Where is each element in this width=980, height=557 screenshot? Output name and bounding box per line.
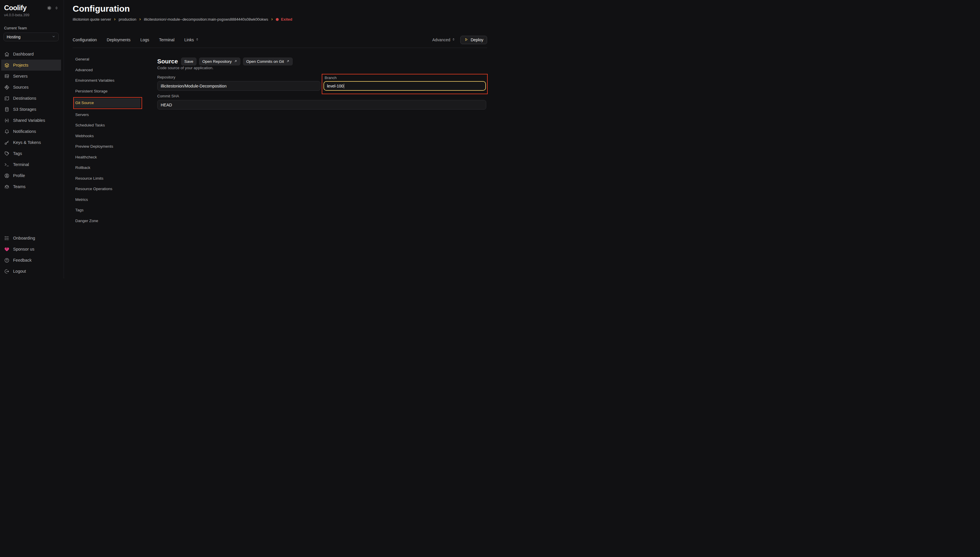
subnav-item-tags[interactable]: Tags	[73, 205, 142, 216]
sidebar-item-terminal[interactable]: Terminal	[1, 159, 61, 170]
sidebar-item-s3-storages[interactable]: S3 Storages	[1, 104, 61, 115]
breadcrumb: illicitonion quote server production ill…	[73, 17, 293, 21]
sidebar-item-profile[interactable]: Profile	[1, 170, 61, 181]
coolify-app: Coolify v4.0.0-beta.399 Current Team Hos…	[0, 0, 490, 278]
subnav-item-environment-variables[interactable]: Environment Variables	[73, 75, 142, 86]
open-commits-button[interactable]: Open Commits on Git	[243, 57, 293, 65]
heart-icon	[4, 246, 10, 252]
server-icon	[4, 73, 10, 79]
key-icon	[4, 140, 10, 145]
tabs-row: Configuration Deployments Logs Terminal …	[73, 36, 487, 44]
tab-deployments[interactable]: Deployments	[107, 37, 130, 42]
chevron-down-icon	[52, 34, 55, 39]
tab-links-label: Links	[184, 37, 194, 42]
sidebar-item-shared-variables[interactable]: Shared Variables	[1, 115, 61, 126]
subnav-item-healthcheck[interactable]: Healthcheck	[73, 152, 142, 163]
sidebar-nav: Dashboard Projects Servers Sources Desti…	[0, 49, 63, 192]
git-source-annotation-box: Git Source	[73, 97, 142, 109]
play-icon	[464, 37, 468, 42]
page-title: Configuration	[73, 4, 130, 14]
sidebar-item-destinations[interactable]: Destinations	[1, 93, 61, 104]
app-logo[interactable]: Coolify	[4, 4, 26, 12]
subnav-item-general[interactable]: General	[73, 54, 142, 65]
subnav-item-git-source[interactable]: Git Source	[74, 98, 140, 108]
open-repository-button[interactable]: Open Repository	[199, 57, 241, 65]
subnav-item-scheduled-tasks[interactable]: Scheduled Tasks	[73, 120, 142, 131]
parentheses-x-icon	[4, 118, 10, 123]
breadcrumb-project[interactable]: illicitonion quote server	[73, 17, 111, 21]
header-actions: Advanced Deploy	[432, 36, 487, 44]
subnav-item-danger-zone[interactable]: Danger Zone	[73, 216, 142, 226]
commit-sha-label: Commit SHA	[157, 94, 179, 98]
subnav-item-persistent-storage[interactable]: Persistent Storage	[73, 86, 142, 97]
checklist-icon	[4, 236, 10, 241]
sidebar-item-sources[interactable]: Sources	[1, 82, 61, 93]
chevron-right-icon	[139, 18, 141, 21]
sidebar-collapse-chevrons-icon[interactable]	[55, 6, 59, 10]
sidebar-item-servers[interactable]: Servers	[1, 71, 61, 82]
chevron-right-icon	[113, 18, 116, 21]
subnav-item-resource-limits[interactable]: Resource Limits	[73, 173, 142, 184]
branch-input[interactable]: level-100	[323, 81, 486, 91]
sidebar-item-label: Feedback	[13, 258, 32, 262]
subnav-item-servers[interactable]: Servers	[73, 109, 142, 121]
source-header: Source Save Open Repository Open Commits…	[157, 57, 293, 65]
sidebar-header-icons	[47, 5, 59, 11]
sidebar-item-label: Projects	[13, 63, 28, 67]
sidebar-item-label: Notifications	[13, 129, 36, 134]
current-team-label: Current Team	[0, 17, 63, 30]
external-link-icon	[234, 59, 237, 64]
team-select[interactable]: Hosting	[3, 33, 59, 41]
sidebar-item-teams[interactable]: Teams	[1, 181, 61, 192]
sidebar: Coolify v4.0.0-beta.399 Current Team Hos…	[0, 0, 64, 278]
sidebar-item-label: Onboarding	[13, 236, 35, 240]
sidebar-item-label: Shared Variables	[13, 118, 45, 123]
sidebar-item-keys-tokens[interactable]: Keys & Tokens	[1, 137, 61, 148]
save-button[interactable]: Save	[181, 57, 197, 65]
tab-configuration[interactable]: Configuration	[73, 37, 97, 42]
tabs: Configuration Deployments Logs Terminal …	[73, 37, 199, 42]
sidebar-item-label: S3 Storages	[13, 107, 36, 112]
text-cursor	[344, 84, 345, 88]
sidebar-item-notifications[interactable]: Notifications	[1, 126, 61, 137]
sidebar-item-logout[interactable]: Logout	[1, 266, 61, 277]
subnav-item-resource-operations[interactable]: Resource Operations	[73, 184, 142, 194]
settings-subnav: General Advanced Environment Variables P…	[73, 54, 142, 226]
source-section: Source Save Open Repository Open Commits…	[157, 57, 488, 138]
tab-logs[interactable]: Logs	[140, 37, 149, 42]
sidebar-item-onboarding[interactable]: Onboarding	[1, 233, 61, 244]
commit-sha-input[interactable]	[157, 100, 486, 109]
sidebar-item-tags[interactable]: Tags	[1, 148, 61, 159]
app-version: v4.0.0-beta.399	[0, 12, 63, 17]
sidebar-item-feedback[interactable]: Feedback	[1, 255, 61, 266]
tab-terminal[interactable]: Terminal	[159, 37, 174, 42]
sidebar-item-sponsor-us[interactable]: Sponsor us	[1, 244, 61, 255]
theme-sun-icon[interactable]	[47, 5, 52, 11]
sidebar-header: Coolify	[0, 3, 63, 12]
sidebar-item-projects[interactable]: Projects	[1, 60, 61, 71]
deploy-button[interactable]: Deploy	[460, 36, 487, 44]
sidebar-item-dashboard[interactable]: Dashboard	[1, 49, 61, 60]
branch-annotation-box: Branch level-100	[322, 74, 488, 94]
tab-links[interactable]: Links	[184, 37, 199, 42]
subnav-item-webhooks[interactable]: Webhooks	[73, 131, 142, 142]
breadcrumb-environment[interactable]: production	[119, 17, 136, 21]
sidebar-item-label: Logout	[13, 269, 26, 274]
branch-label: Branch	[325, 76, 336, 80]
subnav-item-preview-deployments[interactable]: Preview Deployments	[73, 141, 142, 152]
map-icon	[4, 96, 10, 101]
external-link-icon	[286, 59, 289, 64]
source-heading: Source	[157, 58, 178, 65]
sidebar-item-label: Profile	[13, 173, 25, 178]
subnav-item-rollback[interactable]: Rollback	[73, 163, 142, 173]
breadcrumb-application[interactable]: illicitestonion/-module--decomposition:m…	[144, 17, 268, 21]
advanced-menu[interactable]: Advanced	[432, 37, 455, 42]
users-group-icon	[4, 184, 10, 189]
status-dot	[276, 18, 279, 21]
help-circle-icon	[4, 257, 10, 263]
repository-input[interactable]	[157, 81, 320, 91]
subnav-item-advanced[interactable]: Advanced	[73, 65, 142, 76]
subnav-item-metrics[interactable]: Metrics	[73, 194, 142, 205]
bell-icon	[4, 129, 10, 134]
chevrons-up-down-icon	[452, 37, 455, 42]
